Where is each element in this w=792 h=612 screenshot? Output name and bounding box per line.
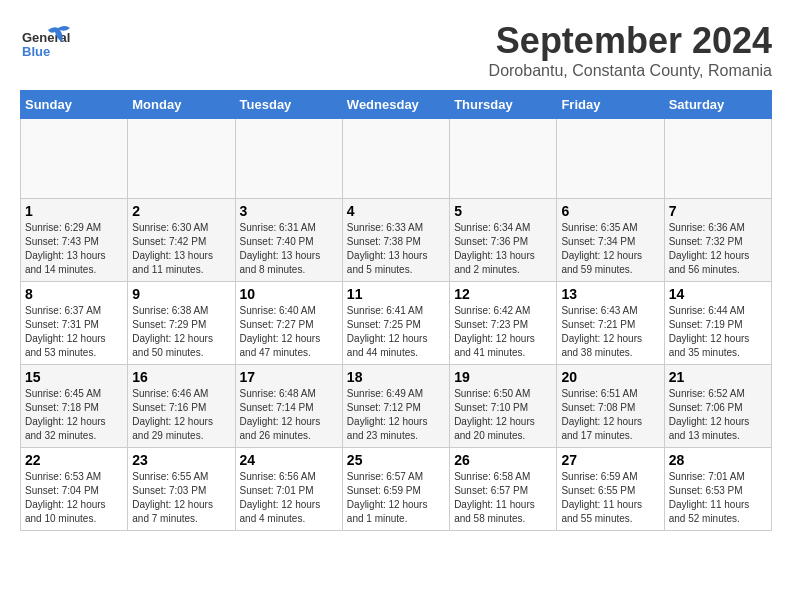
day-info: Sunrise: 6:34 AM Sunset: 7:36 PM Dayligh… bbox=[454, 221, 552, 277]
table-cell: 24Sunrise: 6:56 AM Sunset: 7:01 PM Dayli… bbox=[235, 448, 342, 531]
table-cell: 11Sunrise: 6:41 AM Sunset: 7:25 PM Dayli… bbox=[342, 282, 449, 365]
header: General Blue September 2024 Dorobantu, C… bbox=[20, 20, 772, 80]
day-number: 5 bbox=[454, 203, 552, 219]
day-number: 28 bbox=[669, 452, 767, 468]
table-cell bbox=[235, 119, 342, 199]
day-info: Sunrise: 6:45 AM Sunset: 7:18 PM Dayligh… bbox=[25, 387, 123, 443]
table-cell: 12Sunrise: 6:42 AM Sunset: 7:23 PM Dayli… bbox=[450, 282, 557, 365]
month-title: September 2024 bbox=[489, 20, 772, 62]
logo: General Blue bbox=[20, 20, 70, 70]
table-cell: 13Sunrise: 6:43 AM Sunset: 7:21 PM Dayli… bbox=[557, 282, 664, 365]
table-cell: 16Sunrise: 6:46 AM Sunset: 7:16 PM Dayli… bbox=[128, 365, 235, 448]
col-saturday: Saturday bbox=[664, 91, 771, 119]
day-number: 22 bbox=[25, 452, 123, 468]
table-cell: 26Sunrise: 6:58 AM Sunset: 6:57 PM Dayli… bbox=[450, 448, 557, 531]
table-cell: 10Sunrise: 6:40 AM Sunset: 7:27 PM Dayli… bbox=[235, 282, 342, 365]
day-number: 13 bbox=[561, 286, 659, 302]
table-cell bbox=[450, 119, 557, 199]
day-number: 18 bbox=[347, 369, 445, 385]
logo-icon: General Blue bbox=[20, 20, 70, 70]
table-cell: 9Sunrise: 6:38 AM Sunset: 7:29 PM Daylig… bbox=[128, 282, 235, 365]
day-info: Sunrise: 6:58 AM Sunset: 6:57 PM Dayligh… bbox=[454, 470, 552, 526]
svg-text:General: General bbox=[22, 30, 70, 45]
table-cell: 19Sunrise: 6:50 AM Sunset: 7:10 PM Dayli… bbox=[450, 365, 557, 448]
day-number: 26 bbox=[454, 452, 552, 468]
day-info: Sunrise: 6:48 AM Sunset: 7:14 PM Dayligh… bbox=[240, 387, 338, 443]
day-info: Sunrise: 6:43 AM Sunset: 7:21 PM Dayligh… bbox=[561, 304, 659, 360]
calendar-row: 1Sunrise: 6:29 AM Sunset: 7:43 PM Daylig… bbox=[21, 199, 772, 282]
day-number: 1 bbox=[25, 203, 123, 219]
table-cell: 20Sunrise: 6:51 AM Sunset: 7:08 PM Dayli… bbox=[557, 365, 664, 448]
day-number: 16 bbox=[132, 369, 230, 385]
title-area: September 2024 Dorobantu, Constanta Coun… bbox=[489, 20, 772, 80]
table-cell: 7Sunrise: 6:36 AM Sunset: 7:32 PM Daylig… bbox=[664, 199, 771, 282]
day-info: Sunrise: 6:29 AM Sunset: 7:43 PM Dayligh… bbox=[25, 221, 123, 277]
day-info: Sunrise: 6:41 AM Sunset: 7:25 PM Dayligh… bbox=[347, 304, 445, 360]
day-info: Sunrise: 6:56 AM Sunset: 7:01 PM Dayligh… bbox=[240, 470, 338, 526]
col-thursday: Thursday bbox=[450, 91, 557, 119]
day-number: 2 bbox=[132, 203, 230, 219]
table-cell: 8Sunrise: 6:37 AM Sunset: 7:31 PM Daylig… bbox=[21, 282, 128, 365]
table-cell: 27Sunrise: 6:59 AM Sunset: 6:55 PM Dayli… bbox=[557, 448, 664, 531]
day-number: 25 bbox=[347, 452, 445, 468]
table-cell: 22Sunrise: 6:53 AM Sunset: 7:04 PM Dayli… bbox=[21, 448, 128, 531]
day-number: 3 bbox=[240, 203, 338, 219]
day-info: Sunrise: 6:38 AM Sunset: 7:29 PM Dayligh… bbox=[132, 304, 230, 360]
day-info: Sunrise: 6:30 AM Sunset: 7:42 PM Dayligh… bbox=[132, 221, 230, 277]
table-cell: 3Sunrise: 6:31 AM Sunset: 7:40 PM Daylig… bbox=[235, 199, 342, 282]
day-number: 12 bbox=[454, 286, 552, 302]
table-cell: 4Sunrise: 6:33 AM Sunset: 7:38 PM Daylig… bbox=[342, 199, 449, 282]
day-number: 19 bbox=[454, 369, 552, 385]
day-number: 10 bbox=[240, 286, 338, 302]
day-info: Sunrise: 6:42 AM Sunset: 7:23 PM Dayligh… bbox=[454, 304, 552, 360]
day-number: 17 bbox=[240, 369, 338, 385]
day-info: Sunrise: 6:59 AM Sunset: 6:55 PM Dayligh… bbox=[561, 470, 659, 526]
day-number: 14 bbox=[669, 286, 767, 302]
table-cell: 2Sunrise: 6:30 AM Sunset: 7:42 PM Daylig… bbox=[128, 199, 235, 282]
day-info: Sunrise: 6:44 AM Sunset: 7:19 PM Dayligh… bbox=[669, 304, 767, 360]
table-cell: 25Sunrise: 6:57 AM Sunset: 6:59 PM Dayli… bbox=[342, 448, 449, 531]
table-cell bbox=[557, 119, 664, 199]
table-cell: 14Sunrise: 6:44 AM Sunset: 7:19 PM Dayli… bbox=[664, 282, 771, 365]
table-cell: 15Sunrise: 6:45 AM Sunset: 7:18 PM Dayli… bbox=[21, 365, 128, 448]
day-number: 21 bbox=[669, 369, 767, 385]
calendar-row bbox=[21, 119, 772, 199]
day-info: Sunrise: 6:49 AM Sunset: 7:12 PM Dayligh… bbox=[347, 387, 445, 443]
day-info: Sunrise: 6:33 AM Sunset: 7:38 PM Dayligh… bbox=[347, 221, 445, 277]
day-info: Sunrise: 6:40 AM Sunset: 7:27 PM Dayligh… bbox=[240, 304, 338, 360]
day-info: Sunrise: 6:35 AM Sunset: 7:34 PM Dayligh… bbox=[561, 221, 659, 277]
day-info: Sunrise: 6:55 AM Sunset: 7:03 PM Dayligh… bbox=[132, 470, 230, 526]
svg-text:Blue: Blue bbox=[22, 44, 50, 59]
calendar-table: Sunday Monday Tuesday Wednesday Thursday… bbox=[20, 90, 772, 531]
table-cell: 1Sunrise: 6:29 AM Sunset: 7:43 PM Daylig… bbox=[21, 199, 128, 282]
table-cell: 5Sunrise: 6:34 AM Sunset: 7:36 PM Daylig… bbox=[450, 199, 557, 282]
day-number: 11 bbox=[347, 286, 445, 302]
location-title: Dorobantu, Constanta County, Romania bbox=[489, 62, 772, 80]
table-cell: 17Sunrise: 6:48 AM Sunset: 7:14 PM Dayli… bbox=[235, 365, 342, 448]
table-cell: 18Sunrise: 6:49 AM Sunset: 7:12 PM Dayli… bbox=[342, 365, 449, 448]
day-info: Sunrise: 6:51 AM Sunset: 7:08 PM Dayligh… bbox=[561, 387, 659, 443]
day-number: 8 bbox=[25, 286, 123, 302]
day-info: Sunrise: 6:31 AM Sunset: 7:40 PM Dayligh… bbox=[240, 221, 338, 277]
day-info: Sunrise: 7:01 AM Sunset: 6:53 PM Dayligh… bbox=[669, 470, 767, 526]
calendar-row: 22Sunrise: 6:53 AM Sunset: 7:04 PM Dayli… bbox=[21, 448, 772, 531]
table-cell: 28Sunrise: 7:01 AM Sunset: 6:53 PM Dayli… bbox=[664, 448, 771, 531]
day-info: Sunrise: 6:50 AM Sunset: 7:10 PM Dayligh… bbox=[454, 387, 552, 443]
day-number: 23 bbox=[132, 452, 230, 468]
table-cell: 21Sunrise: 6:52 AM Sunset: 7:06 PM Dayli… bbox=[664, 365, 771, 448]
day-number: 6 bbox=[561, 203, 659, 219]
day-info: Sunrise: 6:46 AM Sunset: 7:16 PM Dayligh… bbox=[132, 387, 230, 443]
col-friday: Friday bbox=[557, 91, 664, 119]
table-cell bbox=[128, 119, 235, 199]
calendar-header-row: Sunday Monday Tuesday Wednesday Thursday… bbox=[21, 91, 772, 119]
day-number: 9 bbox=[132, 286, 230, 302]
day-number: 27 bbox=[561, 452, 659, 468]
day-number: 20 bbox=[561, 369, 659, 385]
col-wednesday: Wednesday bbox=[342, 91, 449, 119]
table-cell: 23Sunrise: 6:55 AM Sunset: 7:03 PM Dayli… bbox=[128, 448, 235, 531]
table-cell bbox=[342, 119, 449, 199]
day-number: 7 bbox=[669, 203, 767, 219]
col-tuesday: Tuesday bbox=[235, 91, 342, 119]
table-cell bbox=[664, 119, 771, 199]
day-info: Sunrise: 6:36 AM Sunset: 7:32 PM Dayligh… bbox=[669, 221, 767, 277]
